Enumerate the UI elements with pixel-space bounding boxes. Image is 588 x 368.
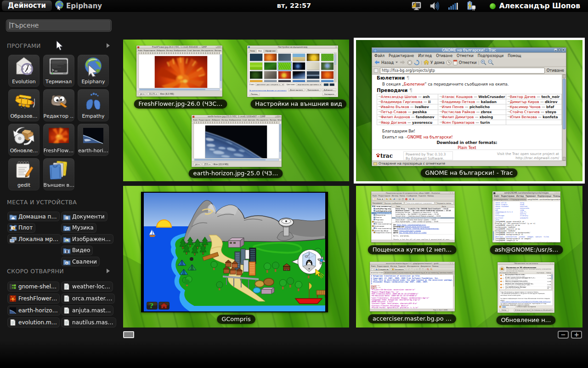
menu-item[interactable]: Инструменти	[407, 265, 419, 267]
place-item[interactable]: Свалени	[61, 257, 100, 266]
evolution-titlebar[interactable]: Пощенска кутия (2 непрочетени, общо 1448…	[372, 192, 455, 195]
gedit-tabs[interactable]: accerciser.master.b… ✕abiword.master.bg……	[370, 271, 455, 275]
wallpaper-thumb[interactable]	[307, 62, 320, 70]
color-swatch-2[interactable]	[329, 83, 334, 86]
wallpaper-thumb[interactable]	[250, 80, 263, 82]
menu-item[interactable]: Windows	[277, 119, 282, 121]
wallpaper-thumb[interactable]	[264, 80, 277, 82]
wallpaper-thumb[interactable]	[250, 71, 263, 79]
gedit-titlebar[interactable]: accerciser.master.bg.po (~/…g/pg/gnome/m…	[370, 262, 455, 265]
menu-item[interactable]: Избиране	[157, 49, 165, 52]
place-item[interactable]: Плот	[7, 223, 35, 233]
min-max-close-icons[interactable]	[549, 263, 554, 264]
workspace-3[interactable]: ? GCompris	[123, 186, 349, 328]
wallpaper-thumb[interactable]	[321, 53, 334, 61]
menu-item[interactable]: Файл	[373, 195, 377, 197]
translator-link[interactable]: Ростислав Райков	[442, 110, 475, 114]
app-tile-freshflow[interactable]: FreshFlow…	[43, 124, 74, 156]
scroll-thumb[interactable]	[563, 79, 565, 129]
appearance-window[interactable]: Настройки на външния вид Тема Фон Шрифто…	[247, 46, 338, 97]
delete-icon[interactable]	[401, 198, 404, 200]
workspace-add-button[interactable]: +	[571, 331, 582, 339]
recent-item[interactable]: FreshFlower…	[7, 293, 60, 304]
evolution-message-list[interactable]: ТемаДата Peter Mraz — [usability] Re: GN…	[392, 206, 455, 223]
translator-link[interactable]: Ясен Праматаров	[442, 121, 475, 125]
menu-item[interactable]: Документи	[420, 265, 430, 267]
browser-titlebar[interactable]: GNOME на български! - Trac	[372, 48, 566, 53]
evolution-folder-tree[interactable]: В този компютърash@fsa-bg.orgash@gnome.o…	[372, 206, 392, 240]
recent-item[interactable]: earth-horizo…	[7, 305, 61, 316]
menu-item[interactable]: Филтри	[270, 119, 277, 121]
wallpaper-thumb[interactable]	[307, 53, 320, 61]
user-menu[interactable]: Александър Шопов	[490, 2, 580, 10]
menu-item[interactable]: Редактиране	[199, 119, 211, 121]
menu-item[interactable]: Търсене	[418, 195, 426, 197]
network-signal-icon[interactable]	[447, 0, 458, 12]
wallpaper-thumb[interactable]	[307, 80, 320, 82]
translator-link[interactable]: Димитър Киров	[510, 100, 539, 104]
menu-item[interactable]: Редактиране	[377, 265, 389, 267]
gimp-titlebar[interactable]: FreshFlower.jpg-26.0 (ЧЗС, 1 слой) 800x6…	[137, 46, 222, 49]
gimp-menubar[interactable]: ФайлРедактиранеИзбиранеИзгледИзображение…	[137, 49, 222, 52]
menu-item[interactable]: Изглед	[392, 195, 398, 197]
gedit-window[interactable]: accerciser.master.bg.po (~/…g/pg/gnome/m…	[370, 262, 455, 311]
menu-item[interactable]: Редактиране	[144, 49, 156, 52]
min-max-close-icons[interactable]	[449, 262, 454, 264]
menu-item[interactable]: Изображение	[174, 49, 186, 52]
menu-item[interactable]: Инструменти	[201, 49, 213, 52]
history-icon[interactable]	[446, 60, 452, 65]
recent-item[interactable]: orca.master.…	[61, 293, 115, 304]
recent-item[interactable]: anjuta.mast…	[61, 305, 113, 316]
colors-combo[interactable]: вертикална преливка▼	[296, 83, 321, 86]
menu-item[interactable]: Папка	[400, 195, 405, 197]
menu-item[interactable]: Файл	[371, 265, 376, 267]
wallpaper-thumb[interactable]	[278, 80, 291, 82]
app-tile-външенв[interactable]: Външен в…	[43, 158, 74, 190]
terminal-titlebar[interactable]: ash@GNOME:/usr/share/backgrounds/images	[493, 192, 560, 195]
translator-link[interactable]: Филип Андонов	[381, 115, 410, 119]
close-button[interactable]: Затваряне	[322, 92, 336, 96]
reply-all-icon[interactable]	[390, 198, 392, 200]
wallpaper-thumb[interactable]	[321, 62, 334, 70]
menu-item[interactable]: Изглед	[166, 49, 173, 52]
gcompris-window[interactable]: ?	[141, 192, 328, 312]
workspace-1[interactable]: FreshFlower.jpg-26.0 (ЧЗС, 1 слой) 800x6…	[123, 40, 349, 181]
recent-item[interactable]: gnome-shel…	[7, 282, 59, 292]
stop-icon[interactable]	[407, 60, 413, 65]
workspace-remove-button[interactable]: −	[558, 331, 569, 339]
menu-item[interactable]: Редактиране	[501, 195, 514, 197]
min-max-close-icons[interactable]	[275, 115, 281, 118]
wallpaper-thumb[interactable]	[264, 62, 277, 70]
menu-item[interactable]: Помощ	[553, 195, 560, 197]
battery-charging-icon[interactable]	[466, 0, 477, 12]
translator-link[interactable]: Юлия Велкова	[510, 115, 537, 119]
forward-icon[interactable]	[393, 198, 396, 200]
min-max-close-icons[interactable]	[554, 48, 565, 52]
gcompris-home-button[interactable]	[158, 302, 170, 310]
display-settings-icon[interactable]	[411, 0, 422, 12]
folder-row[interactable]: пощенски списъци	[372, 232, 392, 234]
menu-item[interactable]: Редактиране	[379, 195, 390, 197]
gedit-tab[interactable]: dia.master.bg.po ✕	[412, 271, 425, 275]
help-button[interactable]: Помощ	[249, 92, 260, 96]
translator-link[interactable]: Стойчо Станчев	[510, 110, 540, 114]
place-item[interactable]: Изображен…	[61, 234, 113, 244]
menu-item[interactable]: Избиране	[212, 119, 220, 121]
menu-item[interactable]: Файл	[494, 195, 499, 197]
wallpaper-thumb[interactable]	[250, 62, 263, 70]
workspace-2-active[interactable]: GNOME на български! - Trac ФайлРедактира…	[356, 40, 582, 181]
wallpaper-thumb[interactable]	[264, 53, 277, 61]
menu-item[interactable]: Подпрозорци	[537, 195, 551, 197]
translator-link[interactable]: Илия Пенев	[442, 105, 464, 109]
menu-item[interactable]: Помощ	[427, 195, 434, 197]
gedit-tab[interactable]: banshee.master.bg… ✕	[439, 271, 453, 275]
app-tile-evolution[interactable]: Evolution	[8, 55, 40, 87]
wallpaper-thumb[interactable]	[293, 71, 305, 79]
next-icon[interactable]	[412, 198, 415, 200]
place-item[interactable]: Документи	[61, 212, 107, 221]
wallpaper-thumb[interactable]	[321, 71, 334, 79]
junk-icon[interactable]	[405, 198, 407, 200]
wallpaper-thumb[interactable]	[278, 71, 291, 79]
min-max-close-icons[interactable]	[216, 46, 222, 48]
cancel-button[interactable]: Отмяна на изтеглянето	[514, 309, 532, 311]
